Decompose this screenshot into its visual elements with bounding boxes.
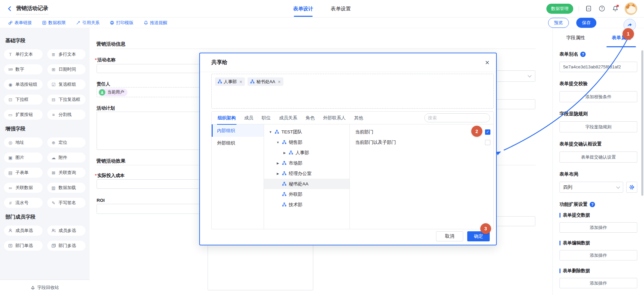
user-avatar[interactable] xyxy=(625,2,637,15)
field-dropdown-multi[interactable]: ⊟下拉复选框 xyxy=(47,95,86,105)
tab-others[interactable]: 其他 xyxy=(354,112,363,124)
annotation-step-2-badge: 2 xyxy=(471,126,482,137)
caret-collapsed-icon[interactable]: ▶ xyxy=(283,151,286,155)
field-datetime[interactable]: ⊞日期时间 xyxy=(47,64,86,74)
help-icon[interactable]: ? xyxy=(580,52,586,57)
caret-expanded-icon[interactable]: ▼ xyxy=(276,141,280,144)
checkbox-current-dept[interactable] xyxy=(485,129,490,135)
recipient-chip[interactable]: 秘书处AA× xyxy=(248,77,283,86)
data-manage-button[interactable]: 数据管理 xyxy=(546,4,573,14)
search-input[interactable] xyxy=(428,115,487,120)
save-button[interactable]: 保存 xyxy=(576,18,596,28)
field-address[interactable]: ◎地址 xyxy=(4,137,43,148)
caret-collapsed-icon[interactable]: ▶ xyxy=(276,162,280,165)
tab-form-settings[interactable]: 表单设置 xyxy=(331,0,351,17)
field-member-single[interactable]: 成员单选 xyxy=(4,226,43,236)
help-icon[interactable]: ? xyxy=(598,5,606,13)
field-multi-line-text[interactable]: ≣多行文本 xyxy=(47,49,86,59)
tab-roles[interactable]: 角色 xyxy=(306,112,315,124)
tab-field-properties[interactable]: 字段属性 xyxy=(553,28,598,47)
roi-input[interactable] xyxy=(97,204,202,214)
help-icon[interactable]: ? xyxy=(590,202,595,207)
print-template-action[interactable]: 打印模版 xyxy=(110,20,133,26)
tree-node-manager-office[interactable]: ▶经理办公室 xyxy=(264,168,350,179)
option-current-dept-and-sub[interactable]: 当前部门以及子部门 xyxy=(350,137,493,148)
internal-org-item[interactable]: 内部组织 xyxy=(212,124,264,137)
add-action-button-edit[interactable]: 添加操作 xyxy=(559,250,637,260)
add-check-condition-button[interactable]: 添加校验条件 xyxy=(559,91,637,102)
field-data-load[interactable]: ▥数据加载 xyxy=(47,183,86,193)
field-relation-query[interactable]: ⊠关联查询 xyxy=(47,168,86,178)
data-permission-action[interactable]: 数据权限 xyxy=(42,20,66,26)
panel-scrollbar[interactable] xyxy=(641,50,643,196)
picker-search[interactable] xyxy=(424,113,490,122)
cost-input[interactable] xyxy=(97,179,202,189)
org-icon xyxy=(282,140,286,144)
selected-recipients-box[interactable]: 人事部× 秘书处AA× xyxy=(211,74,494,109)
tab-form-design[interactable]: 表单设计 xyxy=(293,0,313,17)
tree-node-hr[interactable]: ▶人事部 xyxy=(264,148,350,158)
form-alias-input[interactable] xyxy=(559,62,637,72)
field-single-line-text[interactable]: T单行文本 xyxy=(4,49,43,59)
close-icon[interactable]: × xyxy=(485,59,489,66)
field-divider[interactable]: ≡分割线 xyxy=(47,110,86,120)
preview-button[interactable]: 预览 xyxy=(548,18,569,28)
tree-node-external-relations[interactable]: 外联部 xyxy=(264,189,350,199)
visibility-rule-button[interactable]: 字段显隐规则 xyxy=(559,121,637,132)
roi-label: ROI xyxy=(97,198,105,203)
checkbox-current-dept-and-sub[interactable] xyxy=(485,140,490,145)
field-signature[interactable]: ✎手写签名 xyxy=(47,198,86,208)
field-location[interactable]: ⊕定位 xyxy=(47,137,86,148)
tab-members[interactable]: 成员 xyxy=(244,112,253,124)
field-extend-button[interactable]: ▭扩展按钮 xyxy=(4,110,43,120)
confirm-box-button[interactable]: 表单提交确认设置 xyxy=(559,152,637,163)
current-user-chip[interactable]: 当前用户 xyxy=(98,88,127,96)
tab-form-properties[interactable]: 表单属性 xyxy=(598,28,644,47)
tree-node-test-team[interactable]: ▼TEST团队 xyxy=(264,127,350,137)
form-alias-section: 表单别名? xyxy=(559,51,637,72)
field-relation-data[interactable]: ∞关联数据 xyxy=(4,183,43,193)
reference-relation-action[interactable]: 引用关系 xyxy=(76,20,100,26)
contacts-icon[interactable]: A xyxy=(584,5,592,13)
field-subform[interactable]: ▤子表单 xyxy=(4,168,43,178)
field-dept-single[interactable]: 部门单选 xyxy=(4,241,43,251)
form-layout-section: 表单布局 四列 xyxy=(559,171,637,193)
external-org-item[interactable]: 外部组织 xyxy=(212,137,264,149)
back-button[interactable] xyxy=(7,6,13,12)
field-serial-number[interactable]: #流水号 xyxy=(4,198,43,208)
layout-settings-button[interactable] xyxy=(626,182,637,193)
form-link-action[interactable]: 表单链接 xyxy=(8,20,32,26)
cancel-button[interactable]: 取消 xyxy=(436,231,463,241)
tab-positions[interactable]: 职位 xyxy=(262,112,271,124)
tab-org-structure[interactable]: 组织架构 xyxy=(218,112,236,124)
add-action-button-delete[interactable]: 添加操作 xyxy=(559,278,637,288)
caret-expanded-icon[interactable]: ▼ xyxy=(269,130,272,134)
field-recycle-bin[interactable]: 字段回收站 xyxy=(0,280,90,295)
field-dropdown[interactable]: ⊡下拉框 xyxy=(4,95,43,105)
field-number[interactable]: 123数字 xyxy=(4,64,43,74)
tab-member-relations[interactable]: 成员关系 xyxy=(279,112,297,124)
field-radio-group[interactable]: ◉单选按钮组 xyxy=(4,79,43,90)
field-checkbox-group[interactable]: ☑复选框组 xyxy=(47,79,86,90)
remove-chip-icon[interactable]: × xyxy=(278,79,281,84)
tab-external-contacts[interactable]: 外部联系人 xyxy=(323,112,346,124)
tree-node-sales[interactable]: ▼销售部 xyxy=(264,137,350,148)
owner-value-box[interactable]: 当前用户 xyxy=(97,87,202,97)
push-reminder-action[interactable]: 推送提醒 xyxy=(144,20,167,26)
add-action-button-submit[interactable]: 添加操作 xyxy=(559,222,637,233)
plan-textarea[interactable] xyxy=(97,112,202,150)
remove-chip-icon[interactable]: × xyxy=(239,79,242,84)
activity-name-input[interactable] xyxy=(97,64,202,73)
field-image[interactable]: ▣图片 xyxy=(4,153,43,163)
caret-collapsed-icon[interactable]: ▶ xyxy=(276,172,280,175)
tree-node-marketing[interactable]: ▶市场部 xyxy=(264,158,350,168)
recipient-chip[interactable]: 人事部× xyxy=(215,77,245,86)
field-attachment[interactable]: ☁附件 xyxy=(47,153,86,163)
field-dept-multi[interactable]: 部门多选 xyxy=(47,241,86,251)
notification-bell-icon[interactable] xyxy=(611,5,619,13)
layout-select[interactable]: 四列 xyxy=(559,182,623,193)
tree-node-tech[interactable]: 技术部 xyxy=(264,199,350,210)
tree-node-secretary[interactable]: 秘书处AA xyxy=(264,179,350,189)
field-member-multi[interactable]: 成员多选 xyxy=(47,226,86,236)
location-icon: ⊕ xyxy=(51,140,57,145)
